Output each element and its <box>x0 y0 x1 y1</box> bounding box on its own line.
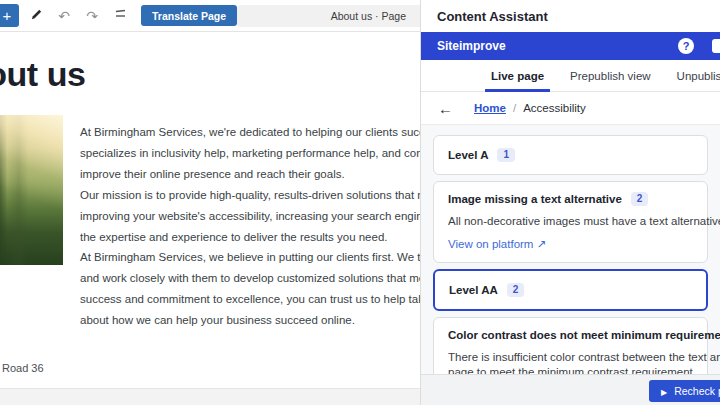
count-badge: 2 <box>507 283 525 297</box>
play-icon: ▶ <box>661 388 667 397</box>
forest-hero-image <box>0 115 63 265</box>
issue-description-line: There is insufficient color contrast bet… <box>448 350 693 366</box>
issues-list: Level A 1 Image missing a text alternati… <box>421 125 720 374</box>
paragraph-line: success and commitment to excellence, yo… <box>80 289 420 310</box>
editor-pane: + ↶ ↷ Translate Page About us · Page Abo… <box>0 0 420 405</box>
paragraph-line: about how we can help your business succ… <box>80 310 420 331</box>
issue-description-line: page to meet the minimum contrast requir… <box>448 365 693 374</box>
add-block-button[interactable]: + <box>0 4 19 27</box>
back-arrow-icon[interactable]: ← <box>438 100 453 117</box>
siteimprove-brand-bar: Siteimprove ? <box>421 32 720 60</box>
page-title: About us <box>0 55 85 94</box>
paragraph-line: improving your website's accessibility, … <box>80 206 420 227</box>
issue-title: Image missing a text alternative <box>448 193 622 205</box>
paragraph-line: Our mission is to provide high-quality, … <box>80 185 420 206</box>
level-aa-group-card[interactable]: Level AA 2 <box>433 269 708 311</box>
breadcrumb-separator: / <box>513 102 516 114</box>
breadcrumb: ← Home / Accessibility <box>421 92 720 125</box>
tab-unpublish-risks[interactable]: Unpublish risks <box>677 60 720 92</box>
assistant-title: Content Assistant <box>437 9 548 24</box>
issue-card-color-contrast[interactable]: Color contrast does not meet minimum req… <box>433 317 708 375</box>
issue-description: All non-decorative images must have a te… <box>448 214 693 230</box>
breadcrumb-current: Accessibility <box>523 102 586 114</box>
paragraph-2: Our mission is to provide high-quality, … <box>80 185 420 248</box>
paragraph-3: At Birmingham Services, we believe in pu… <box>80 247 420 331</box>
siteimprove-label: Siteimprove <box>437 39 678 53</box>
assistant-tabs: Live page Prepublish view Unpublish risk… <box>421 60 720 92</box>
group-title: Level AA <box>449 284 498 296</box>
paragraph-line: improve their online presence and reach … <box>80 164 420 185</box>
view-on-platform-link[interactable]: View on platform ↗ <box>448 237 546 251</box>
help-icon[interactable]: ? <box>678 38 694 54</box>
settings-icon[interactable] <box>712 39 720 53</box>
paragraph-1: At Birmingham Services, we're dedicated … <box>80 122 420 185</box>
undo-icon[interactable]: ↶ <box>53 8 75 24</box>
issue-title: Color contrast does not meet minimum req… <box>448 329 720 341</box>
count-badge: 1 <box>497 148 515 162</box>
content-assistant-panel: Content Assistant Siteimprove ? Live pag… <box>420 0 720 405</box>
paragraph-line: At Birmingham Services, we believe in pu… <box>80 247 420 268</box>
assistant-footer: ▶Recheck publis <box>421 374 720 405</box>
level-a-group-card[interactable]: Level A 1 <box>433 135 708 175</box>
issue-card-image-alt[interactable]: Image missing a text alternative 2 All n… <box>433 181 708 263</box>
page-breadcrumb-pill[interactable]: About us · Page <box>237 5 420 27</box>
edit-pencil-icon[interactable] <box>25 8 47 24</box>
editor-toolbar: + ↶ ↷ Translate Page About us · Page <box>0 0 420 32</box>
redo-icon[interactable]: ↷ <box>81 8 103 24</box>
assistant-header: Content Assistant <box>421 0 720 32</box>
paragraph-line: specializes in inclusivity help, marketi… <box>80 143 420 164</box>
outline-icon[interactable] <box>109 8 131 23</box>
paragraph-line: At Birmingham Services, we're dedicated … <box>80 122 420 143</box>
page-footer-address: Road 36 <box>2 362 44 374</box>
editor-bottom-bar <box>0 388 420 405</box>
translate-page-button[interactable]: Translate Page <box>141 5 237 26</box>
recheck-label: Recheck publis <box>674 385 720 397</box>
group-title: Level A <box>448 149 488 161</box>
count-badge: 2 <box>631 192 649 206</box>
paragraph-line: the expertise and experience to deliver … <box>80 227 420 248</box>
tab-live-page[interactable]: Live page <box>491 60 544 92</box>
tab-prepublish-view[interactable]: Prepublish view <box>570 60 651 92</box>
paragraph-line: and work closely with them to develop cu… <box>80 268 420 289</box>
recheck-published-page-button[interactable]: ▶Recheck publis <box>649 380 720 402</box>
breadcrumb-home-link[interactable]: Home <box>474 102 506 114</box>
